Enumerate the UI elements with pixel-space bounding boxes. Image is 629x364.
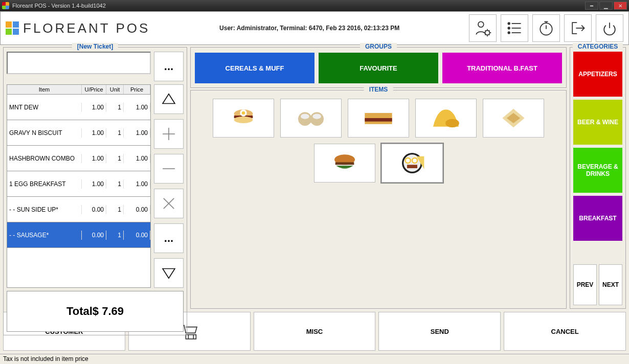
svg-rect-32 — [335, 162, 354, 165]
app-header: FLOREANT POS User: Administrator, Termin… — [0, 11, 629, 45]
item-7[interactable] — [381, 144, 443, 183]
col-unit: Unit — [106, 85, 124, 94]
category-next-button[interactable]: NEXT — [599, 264, 622, 305]
list-button[interactable] — [501, 14, 528, 42]
svg-point-6 — [508, 32, 510, 34]
item-4[interactable] — [415, 99, 477, 138]
ticket-row[interactable]: GRAVY N BISCUIT1.0011.00 — [7, 120, 150, 146]
ticket-row[interactable]: - - SUN SIDE UP*0.0010.00 — [7, 197, 150, 222]
scroll-down-button[interactable] — [154, 258, 184, 288]
user-gear-icon — [474, 19, 492, 37]
x-icon — [160, 195, 177, 212]
svg-point-35 — [406, 158, 411, 163]
ticket-more2-button[interactable]: ... — [154, 223, 184, 253]
ticket-row[interactable]: - - SAUSAGE*0.0010.00 — [7, 222, 150, 248]
power-icon — [600, 19, 619, 37]
cancel-button[interactable]: CANCEL — [504, 312, 626, 351]
svg-rect-39 — [186, 335, 196, 339]
category-button[interactable]: BEVERAGE & DRINKS — [573, 148, 622, 193]
user-settings-button[interactable] — [469, 14, 497, 42]
svg-point-0 — [478, 21, 484, 27]
ticket-table: Item U/Price Unit Price MNT DEW1.0011.00… — [7, 84, 151, 288]
item-1[interactable] — [213, 99, 274, 138]
logout-button[interactable] — [564, 14, 592, 42]
items-panel: ITEMS — [190, 90, 567, 309]
ticket-input[interactable] — [7, 52, 151, 74]
category-button[interactable]: BREAKFAST — [573, 196, 622, 241]
delete-button[interactable] — [154, 189, 184, 218]
svg-point-36 — [412, 158, 417, 163]
groups-title: GROUPS — [360, 43, 397, 50]
col-uprice: U/Price — [82, 85, 106, 94]
window-close[interactable]: ✕ — [614, 2, 627, 10]
window-maximize[interactable]: ▁ — [599, 2, 613, 10]
window-minimize[interactable]: ━ — [585, 2, 598, 10]
list-icon — [505, 19, 524, 37]
misc-button[interactable]: MISC — [254, 312, 376, 351]
col-item: Item — [7, 85, 82, 94]
group-button[interactable]: FAVOURITE — [319, 53, 438, 83]
brand-logo-icon — [6, 21, 19, 35]
exit-icon — [569, 19, 587, 37]
group-button[interactable]: CEREALS & MUFF — [195, 53, 314, 83]
item-3[interactable] — [348, 99, 409, 138]
groups-panel: GROUPS CEREALS & MUFFFAVOURITETRADITIONA… — [190, 47, 567, 88]
power-button[interactable] — [596, 14, 623, 42]
svg-rect-37 — [407, 165, 417, 168]
ticket-total: Total$ 7.69 — [7, 291, 184, 332]
item-5[interactable] — [483, 99, 544, 138]
ticket-row[interactable]: MNT DEW1.0011.00 — [7, 95, 150, 120]
svg-point-4 — [508, 27, 510, 29]
stopwatch-icon — [537, 19, 555, 37]
col-price: Price — [124, 85, 150, 94]
window-title: Floreant POS - Version 1.4-build1042 — [12, 3, 106, 9]
ticket-panel-title: [New Ticket] — [72, 43, 118, 50]
ticket-row[interactable]: 1 EGG BREAKFAST1.0011.00 — [7, 171, 150, 197]
categories-title: CATEGORIES — [573, 43, 623, 50]
item-6[interactable] — [314, 144, 375, 183]
ticket-more-button[interactable]: ... — [154, 52, 184, 81]
category-button[interactable]: APPETIZERS — [573, 52, 622, 97]
brand: FLOREANT POS — [6, 20, 150, 36]
status-bar: Tax is not included in item price — [0, 354, 629, 364]
group-button[interactable]: TRADITIONAL B.FAST — [442, 53, 562, 83]
svg-point-2 — [508, 22, 510, 25]
ticket-panel: [New Ticket] ... Item U/Price Unit Price… — [3, 47, 187, 335]
svg-point-21 — [242, 111, 245, 115]
ticket-row[interactable]: HASHBROWN COMBO1.0011.00 — [7, 146, 150, 171]
svg-point-25 — [312, 114, 321, 119]
svg-rect-27 — [365, 118, 392, 122]
categories-panel: CATEGORIES APPETIZERSBEER & WINEBEVERAGE… — [570, 47, 626, 309]
item-2[interactable] — [280, 99, 342, 138]
category-button[interactable]: BEER & WINE — [573, 100, 622, 145]
user-info: User: Administrator, Terminal: 6470, Feb… — [219, 25, 399, 32]
decrement-button[interactable] — [154, 154, 184, 184]
scroll-up-button[interactable] — [154, 84, 184, 114]
triangle-down-icon — [160, 264, 177, 282]
svg-point-1 — [485, 31, 489, 35]
triangle-up-icon — [160, 90, 177, 108]
minus-icon — [160, 160, 177, 177]
increment-button[interactable] — [154, 119, 184, 149]
app-icon — [2, 2, 9, 9]
svg-point-28 — [445, 119, 459, 128]
svg-point-24 — [301, 114, 309, 119]
window-titlebar: Floreant POS - Version 1.4-build1042 ━ ▁… — [0, 0, 629, 11]
svg-point-19 — [234, 117, 253, 123]
timer-button[interactable] — [532, 14, 560, 42]
brand-text: FLOREANT POS — [23, 20, 150, 36]
items-title: ITEMS — [364, 86, 393, 93]
plus-icon — [160, 125, 177, 143]
category-prev-button[interactable]: PREV — [573, 264, 597, 305]
send-button[interactable]: SEND — [378, 312, 501, 351]
